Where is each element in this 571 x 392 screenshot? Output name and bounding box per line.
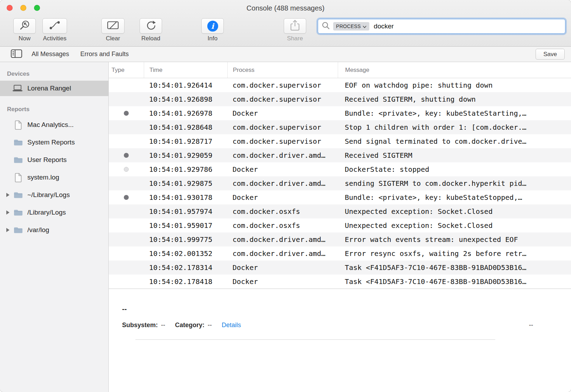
share-button[interactable]: Share	[284, 18, 306, 42]
table-row[interactable]: 10:54:01.928648 com.docker.supervisor St…	[109, 120, 571, 134]
sidebar-reports-list: Mac Analytics... System Reports User Rep…	[0, 116, 108, 239]
save-button[interactable]: Save	[536, 49, 565, 60]
document-icon	[13, 120, 23, 130]
console-window: Console (488 messages) Now	[0, 0, 571, 392]
disclosure-triangle-icon[interactable]	[4, 210, 12, 215]
column-header-message[interactable]: Message	[338, 62, 571, 78]
info-button-label: Info	[208, 35, 217, 42]
sidebar-report-item[interactable]: ~/Library/Logs	[0, 186, 108, 204]
table-row[interactable]: 10:54:02.178418 Docker Task <F41D5AF3-7C…	[109, 275, 571, 289]
row-type-cell	[109, 111, 144, 116]
column-header-process[interactable]: Process	[227, 62, 338, 78]
table-row[interactable]: 10:54:02.001352 com.docker.driver.amd… E…	[109, 246, 571, 261]
sidebar-reports-header: Reports	[7, 106, 108, 113]
row-time: 10:54:01.930178	[144, 193, 227, 202]
sidebar-item-device[interactable]: Lorena Rangel	[0, 81, 108, 96]
row-time: 10:54:02.178418	[144, 277, 227, 286]
sidebar-toggle-button[interactable]	[11, 49, 22, 60]
sidebar-item-label: system.log	[27, 174, 59, 181]
row-type-cell	[109, 195, 144, 200]
table-row[interactable]: 10:54:01.929059 com.docker.driver.amd… R…	[109, 148, 571, 162]
row-time: 10:54:01.929786	[144, 165, 227, 174]
sidebar-report-item[interactable]: /var/log	[0, 221, 108, 239]
sidebar-report-item[interactable]: Mac Analytics...	[0, 116, 108, 134]
folder-icon	[13, 138, 23, 146]
log-level-dot	[124, 153, 129, 158]
search-icon	[322, 21, 330, 31]
row-process: com.docker.driver.amd…	[227, 235, 338, 244]
table-row[interactable]: 10:54:01.929786 Docker DockerState: stop…	[109, 162, 571, 176]
row-time: 10:54:01.929875	[144, 179, 227, 188]
table-row[interactable]: 10:54:01.926978 Docker Bundle: <private>…	[109, 106, 571, 120]
table-row[interactable]: 10:54:01.930178 Docker Bundle: <private>…	[109, 190, 571, 204]
table-row[interactable]: 10:54:01.959017 com.docker.osxfs Unexpec…	[109, 218, 571, 232]
tab-errors-and-faults[interactable]: Errors and Faults	[80, 50, 129, 58]
detail-meta-row: Subsystem: -- Category: -- Details --	[122, 322, 533, 329]
row-message: Unexpected exception: Socket.Closed	[338, 221, 571, 230]
row-process: com.docker.driver.amd…	[227, 179, 338, 188]
row-time: 10:54:01.999775	[144, 235, 227, 244]
close-window-icon[interactable]	[7, 5, 13, 11]
row-time: 10:54:01.957974	[144, 207, 227, 216]
row-process: com.docker.driver.amd…	[227, 151, 338, 160]
table-row[interactable]: 10:54:02.178314 Docker Task <F41D5AF3-7C…	[109, 261, 571, 275]
table-row[interactable]: 10:54:01.929875 com.docker.driver.amd… s…	[109, 176, 571, 190]
sidebar-report-item[interactable]: User Reports	[0, 151, 108, 169]
search-input-value[interactable]: docker	[374, 22, 394, 30]
now-button[interactable]: Now	[13, 18, 36, 42]
row-message: Error resync osxfs, waiting 2s before re…	[338, 249, 571, 258]
info-button[interactable]: i Info	[201, 18, 224, 42]
sidebar-report-item[interactable]: System Reports	[0, 134, 108, 151]
disclosure-triangle-icon[interactable]	[4, 228, 12, 232]
row-message: Received SIGTERM	[338, 151, 571, 160]
table-row[interactable]: 10:54:01.999775 com.docker.driver.amd… E…	[109, 232, 571, 246]
row-time: 10:54:01.928648	[144, 123, 227, 131]
search-field[interactable]: PROCESS docker	[318, 19, 565, 34]
reload-icon	[145, 20, 156, 32]
share-button-label: Share	[287, 35, 303, 42]
log-rows: 10:54:01.926414 com.docker.supervisor EO…	[109, 78, 571, 289]
row-time: 10:54:01.929059	[144, 151, 227, 160]
row-message: Stop 1 children with order 1: [com.docke…	[338, 123, 571, 131]
table-row[interactable]: 10:54:01.926414 com.docker.supervisor EO…	[109, 78, 571, 92]
details-link[interactable]: Details	[222, 322, 241, 329]
row-message: Received SIGTERM, shutting down	[338, 95, 571, 103]
row-process: Docker	[227, 109, 338, 117]
minimize-window-icon[interactable]	[20, 5, 26, 11]
search-scope-token[interactable]: PROCESS	[333, 22, 369, 31]
row-message: Error watch events stream: unexpected EO…	[338, 235, 571, 244]
info-icon: i	[207, 21, 218, 32]
row-process: com.docker.osxfs	[227, 207, 338, 216]
column-header-type[interactable]: Type	[109, 62, 144, 78]
clear-button[interactable]: Clear	[101, 18, 125, 42]
table-row[interactable]: 10:54:01.957974 com.docker.osxfs Unexpec…	[109, 204, 571, 218]
table-row[interactable]: 10:54:01.928717 com.docker.supervisor Se…	[109, 134, 571, 148]
window-chrome: Console (488 messages) Now	[0, 0, 571, 47]
row-time: 10:54:01.926414	[144, 81, 227, 89]
row-message: DockerState: stopped	[338, 165, 571, 174]
titlebar[interactable]: Console (488 messages)	[0, 0, 571, 16]
row-message: Unexpected exception: Socket.Closed	[338, 207, 571, 216]
row-message: Send signal terminated to com.docker.dri…	[338, 137, 571, 146]
sidebar-report-item[interactable]: /Library/Logs	[0, 204, 108, 221]
zoom-window-icon[interactable]	[34, 5, 40, 11]
row-type-cell	[109, 153, 144, 158]
row-process: com.docker.driver.amd…	[227, 249, 338, 258]
disclosure-triangle-icon[interactable]	[4, 193, 12, 197]
activities-button[interactable]: Activities	[42, 18, 67, 42]
row-time: 10:54:01.926898	[144, 95, 227, 103]
column-header-time[interactable]: Time	[144, 62, 227, 78]
row-message: EOF on watchdog pipe: shutting down	[338, 81, 571, 89]
folder-icon	[13, 209, 23, 216]
search-token-label: PROCESS	[336, 23, 361, 29]
log-level-dot	[124, 167, 129, 172]
now-button-label: Now	[19, 35, 31, 42]
log-level-dot	[124, 111, 129, 116]
row-message: Bundle: <private>, key: kubeStateStopped…	[338, 193, 571, 202]
table-row[interactable]: 10:54:01.926898 com.docker.supervisor Re…	[109, 92, 571, 106]
reload-button[interactable]: Reload	[140, 18, 162, 42]
sidebar-report-item[interactable]: system.log	[0, 169, 108, 186]
tab-all-messages[interactable]: All Messages	[32, 50, 69, 58]
sidebar-item-label: Mac Analytics...	[27, 121, 74, 129]
laptop-icon	[12, 85, 23, 92]
